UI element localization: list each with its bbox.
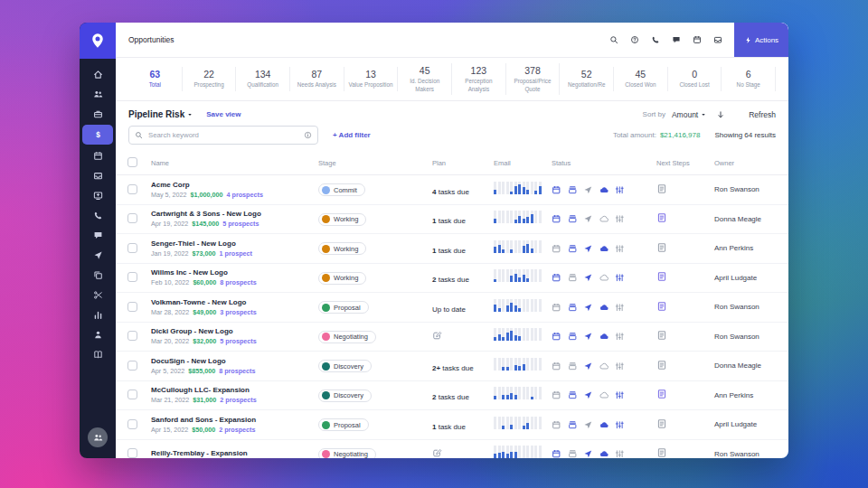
next-steps-note-icon[interactable] <box>656 360 667 371</box>
status-calendar-icon[interactable] <box>552 303 561 313</box>
search-box[interactable] <box>128 126 318 145</box>
status-send-icon[interactable] <box>583 244 593 254</box>
row-checkbox[interactable] <box>127 272 137 282</box>
status-tray-icon[interactable] <box>568 185 578 195</box>
sidebar-item-dollar[interactable]: $ <box>82 125 113 145</box>
status-tray-icon[interactable] <box>568 449 578 458</box>
status-send-icon[interactable] <box>583 390 593 400</box>
status-calendar-icon[interactable] <box>552 361 561 371</box>
row-checkbox[interactable] <box>127 331 137 341</box>
sidebar-item-scissors[interactable] <box>82 286 113 304</box>
opportunity-name[interactable]: Volkman-Towne - New Logo <box>151 298 318 307</box>
prospects-link[interactable]: 5 prospects <box>220 337 256 345</box>
sidebar-item-book[interactable] <box>82 345 113 363</box>
search-input[interactable] <box>146 130 300 140</box>
stage-pill[interactable]: Negotiating <box>318 331 376 343</box>
status-send-icon[interactable] <box>583 303 593 313</box>
stage-pill[interactable]: Discovery <box>318 389 372 402</box>
status-cloud-icon[interactable] <box>599 273 609 283</box>
stage-pill[interactable]: Discovery <box>318 360 372 372</box>
status-tray-icon[interactable] <box>568 390 578 400</box>
row-checkbox[interactable] <box>127 302 137 312</box>
stat-closed-won[interactable]: 45Closed Won <box>614 67 668 90</box>
status-calendar-icon[interactable] <box>552 214 561 224</box>
calendar-icon[interactable] <box>693 35 702 44</box>
sidebar-item-chat[interactable] <box>82 226 113 244</box>
view-selector[interactable]: Pipeline Risk <box>128 109 193 119</box>
opportunity-name[interactable]: Reilly-Tremblay - Expansion <box>151 449 318 458</box>
opportunity-name[interactable]: McCullough LLC- Expansion <box>151 386 318 395</box>
next-steps-note-icon[interactable] <box>656 271 667 282</box>
sort-direction-icon[interactable] <box>716 110 725 119</box>
row-checkbox[interactable] <box>127 243 137 253</box>
row-checkbox[interactable] <box>127 184 137 194</box>
row-checkbox[interactable] <box>127 389 137 399</box>
prospects-link[interactable]: 3 prospects <box>220 308 256 316</box>
prospects-link[interactable]: 5 prospects <box>222 220 259 228</box>
status-tray-icon[interactable] <box>568 214 578 224</box>
sidebar-item-users[interactable] <box>82 85 113 103</box>
status-pulse-icon[interactable] <box>615 185 625 195</box>
actions-button[interactable]: Actions <box>734 23 788 57</box>
status-tray-icon[interactable] <box>568 244 578 254</box>
status-cloud-icon[interactable] <box>599 449 609 458</box>
stat-perception-analysis[interactable]: 123Perception Analysis <box>452 63 506 94</box>
status-calendar-icon[interactable] <box>552 449 561 458</box>
status-calendar-icon[interactable] <box>552 185 561 195</box>
sidebar-item-chart[interactable] <box>82 305 113 324</box>
status-tray-icon[interactable] <box>568 361 578 371</box>
status-cloud-icon[interactable] <box>599 390 609 400</box>
status-tray-icon[interactable] <box>568 303 578 313</box>
status-pulse-icon[interactable] <box>615 303 625 313</box>
stat-negotiation-re[interactable]: 52Negotiation/Re <box>560 67 614 90</box>
next-steps-note-icon[interactable] <box>656 447 667 458</box>
stat-qualification[interactable]: 134Qualification <box>236 67 290 90</box>
status-cloud-icon[interactable] <box>599 420 609 430</box>
row-checkbox[interactable] <box>127 213 137 223</box>
next-steps-note-icon[interactable] <box>656 242 667 253</box>
refresh-button[interactable]: Refresh <box>749 110 776 119</box>
prospects-link[interactable]: 8 prospects <box>219 367 255 375</box>
sidebar-item-user[interactable] <box>82 325 113 343</box>
row-checkbox[interactable] <box>127 361 137 371</box>
opportunity-name[interactable]: Sanford and Sons - Expansion <box>151 416 318 425</box>
status-pulse-icon[interactable] <box>615 361 625 371</box>
prospects-link[interactable]: 1 prospect <box>220 249 252 258</box>
status-calendar-icon[interactable] <box>552 273 561 283</box>
status-calendar-icon[interactable] <box>552 420 561 430</box>
app-logo[interactable] <box>80 23 116 59</box>
stat-id-decision-makers[interactable]: 45Id. Decision Makers <box>398 63 452 94</box>
chat-icon[interactable] <box>672 35 681 44</box>
status-cloud-icon[interactable] <box>599 361 609 371</box>
stage-pill[interactable]: Working <box>318 213 366 226</box>
status-pulse-icon[interactable] <box>615 332 625 342</box>
status-send-icon[interactable] <box>583 273 593 283</box>
status-pulse-icon[interactable] <box>615 244 625 254</box>
status-pulse-icon[interactable] <box>615 449 625 458</box>
prospects-link[interactable]: 8 prospects <box>220 278 256 286</box>
next-steps-note-icon[interactable] <box>656 212 667 223</box>
stage-pill[interactable]: Commit <box>318 183 365 196</box>
stage-pill[interactable]: Working <box>318 272 366 285</box>
status-pulse-icon[interactable] <box>615 390 625 400</box>
plan-memo-icon[interactable] <box>432 448 442 458</box>
stat-no-stage[interactable]: 6No Stage <box>722 67 776 90</box>
prospects-link[interactable]: 4 prospects <box>227 191 263 199</box>
status-cloud-icon[interactable] <box>599 303 609 313</box>
status-cloud-icon[interactable] <box>599 332 609 342</box>
opportunity-name[interactable]: Acme Corp <box>151 181 318 190</box>
row-checkbox[interactable] <box>127 448 137 458</box>
status-cloud-icon[interactable] <box>599 185 609 195</box>
add-filter-button[interactable]: + Add filter <box>333 131 371 139</box>
opportunity-name[interactable]: DocuSign - New Logo <box>151 357 318 366</box>
next-steps-note-icon[interactable] <box>656 330 667 341</box>
status-pulse-icon[interactable] <box>615 214 625 224</box>
stage-pill[interactable]: Negotiating <box>318 448 376 458</box>
opportunity-name[interactable]: Cartwright & 3 Sons - New Logo <box>151 210 318 219</box>
inbox-icon[interactable] <box>713 35 722 44</box>
status-cloud-icon[interactable] <box>599 244 609 254</box>
status-tray-icon[interactable] <box>568 273 578 283</box>
opportunity-name[interactable]: Senger-Thiel - New Logo <box>151 239 318 249</box>
status-calendar-icon[interactable] <box>552 390 561 400</box>
search-icon[interactable] <box>609 35 618 44</box>
